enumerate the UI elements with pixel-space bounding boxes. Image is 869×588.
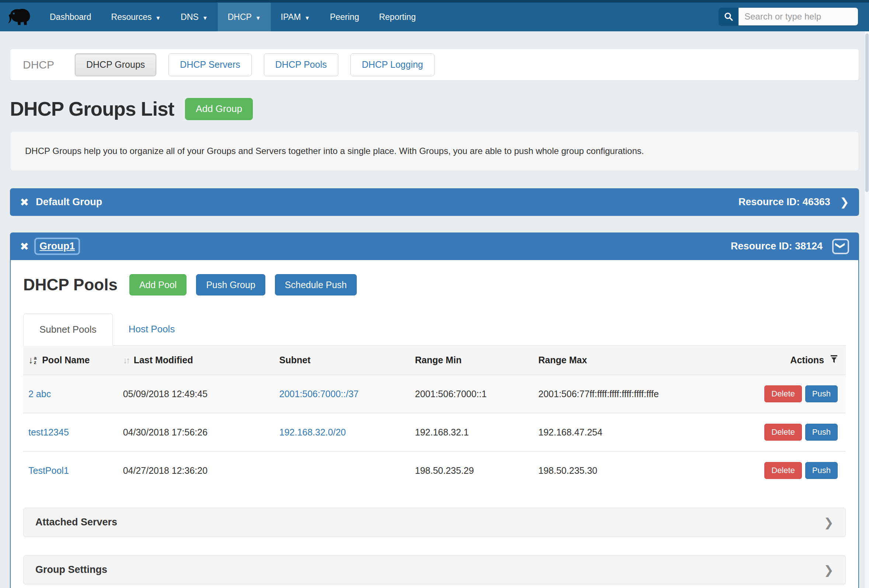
table-row: test12345 04/30/2018 17:56:26 192.168.32… <box>23 413 846 451</box>
resource-id-label: Resource ID: 38124 <box>731 241 823 252</box>
chevron-right-icon: ❯ <box>824 515 833 529</box>
push-pool-button[interactable]: Push <box>805 462 838 479</box>
group-bar-default-group[interactable]: ✖ Default Group Resource ID: 46363 ❯ <box>10 188 859 216</box>
range-min-cell: 2001:506:7000::1 <box>410 375 533 413</box>
pool-name-link[interactable]: test12345 <box>28 427 69 437</box>
subnet-pools-table: ↓az Pool Name ↓↑ Last Modified Subnet Ra… <box>23 345 846 489</box>
schedule-push-button[interactable]: Schedule Push <box>275 274 357 295</box>
add-pool-button[interactable]: Add Pool <box>129 274 187 295</box>
nav-label: DHCP <box>228 12 252 22</box>
last-modified-cell: 04/30/2018 17:56:26 <box>118 413 274 451</box>
delete-pool-button[interactable]: Delete <box>764 385 802 402</box>
chevron-right-icon[interactable]: ❯ <box>840 196 849 209</box>
column-label: Range Min <box>415 355 461 365</box>
table-row: 2 abc 05/09/2018 12:49:45 2001:506:7000:… <box>23 375 846 413</box>
mammoth-icon <box>6 7 34 27</box>
group-settings-accordion[interactable]: Group Settings ❯ <box>23 555 846 584</box>
pool-name-link[interactable]: 2 abc <box>28 389 51 399</box>
chevron-down-icon: ▼ <box>155 15 161 21</box>
attached-servers-accordion[interactable]: Attached Servers ❯ <box>23 508 846 537</box>
nav-item-dashboard[interactable]: Dashboard <box>40 3 101 31</box>
nav-label: DNS <box>181 12 199 22</box>
group-name: Default Group <box>36 196 102 208</box>
column-label: Pool Name <box>42 355 89 365</box>
nav-item-ipam[interactable]: IPAM ▼ <box>271 3 320 31</box>
subnav-button-dhcp-pools[interactable]: DHCP Pools <box>264 53 338 76</box>
tab-host-pools[interactable]: Host Pools <box>113 314 191 345</box>
range-max-cell: 2001:506:77ff:ffff:ffff:ffff:ffff:fffe <box>533 375 739 413</box>
pools-tabs: Subnet Pools Host Pools <box>23 313 846 345</box>
column-actions[interactable]: Actions <box>739 345 846 375</box>
chevron-right-icon: ❯ <box>824 563 833 577</box>
nav-item-peering[interactable]: Peering <box>320 3 369 31</box>
column-subnet[interactable]: Subnet <box>274 345 410 375</box>
global-search <box>719 8 858 25</box>
nav-label: Dashboard <box>50 12 91 22</box>
column-last-modified[interactable]: ↓↑ Last Modified <box>118 345 274 375</box>
column-label: Last Modified <box>134 355 193 365</box>
search-input[interactable] <box>739 8 858 25</box>
nav-label: Resources <box>111 12 152 22</box>
nav-item-resources[interactable]: Resources ▼ <box>101 3 171 31</box>
tab-subnet-pools[interactable]: Subnet Pools <box>23 314 113 345</box>
column-pool-name[interactable]: ↓az Pool Name <box>23 345 118 375</box>
push-pool-button[interactable]: Push <box>805 424 838 441</box>
resource-id-label: Resource ID: 46363 <box>739 196 830 208</box>
group-bar-group1[interactable]: ✖ Group1 Resource ID: 38124 ❯ <box>10 233 859 260</box>
range-min-cell: 198.50.235.29 <box>410 451 533 489</box>
column-range-min[interactable]: Range Min <box>410 345 533 375</box>
column-range-max[interactable]: Range Max <box>533 345 739 375</box>
column-label: Actions <box>790 355 824 365</box>
browser-top-strip <box>0 0 869 3</box>
range-max-cell: 192.168.47.254 <box>533 413 739 451</box>
dhcp-subnav: DHCP DHCP Groups DHCP Servers DHCP Pools… <box>10 49 859 81</box>
chevron-down-icon: ❯ <box>835 242 846 250</box>
dhcp-pools-title: DHCP Pools <box>23 275 117 294</box>
search-button[interactable] <box>719 8 739 25</box>
chevron-down-icon: ▼ <box>202 15 208 21</box>
sort-icon: ↓↑ <box>123 355 129 365</box>
nav-item-reporting[interactable]: Reporting <box>369 3 426 31</box>
sort-alpha-asc-icon: ↓az <box>28 354 37 366</box>
accordion-label: Attached Servers <box>36 517 117 528</box>
group-bar-right: Resource ID: 46363 ❯ <box>739 196 849 209</box>
subnav-section-label: DHCP <box>23 59 54 71</box>
subnet-link[interactable]: 192.168.32.0/20 <box>279 427 346 437</box>
last-modified-cell: 04/27/2018 12:36:20 <box>118 451 274 489</box>
push-group-button[interactable]: Push Group <box>196 274 265 295</box>
page-scrollbar[interactable] <box>864 31 869 588</box>
dhcp-pools-header: DHCP Pools Add Pool Push Group Schedule … <box>23 274 846 295</box>
collapse-group-toggle[interactable]: ❯ <box>832 239 849 254</box>
provision-mammoth-logo[interactable] <box>0 3 40 31</box>
subnet-link[interactable]: 2001:506:7000::/37 <box>279 389 359 399</box>
search-icon <box>724 12 733 21</box>
title-row: DHCP Groups List Add Group <box>10 98 859 120</box>
page-container: DHCP DHCP Groups DHCP Servers DHCP Pools… <box>0 49 869 588</box>
nav-item-dns[interactable]: DNS ▼ <box>171 3 217 31</box>
last-modified-cell: 05/09/2018 12:49:45 <box>118 375 274 413</box>
table-row: TestPool1 04/27/2018 12:36:20 198.50.235… <box>23 451 846 489</box>
description-text: DHCP Groups help you to organize all of … <box>25 146 644 156</box>
group-name-link[interactable]: Group1 <box>36 239 79 253</box>
scrollbar-thumb[interactable] <box>865 34 869 192</box>
nav-item-dhcp[interactable]: DHCP ▼ <box>218 3 271 31</box>
nav-items: Dashboard Resources ▼ DNS ▼ DHCP ▼ IPAM … <box>40 3 426 31</box>
nav-label: Peering <box>330 12 359 22</box>
delete-pool-button[interactable]: Delete <box>764 424 802 441</box>
column-label: Range Max <box>538 355 587 365</box>
column-label: Subnet <box>279 355 311 365</box>
chevron-down-icon: ▼ <box>304 15 310 21</box>
filter-icon[interactable] <box>830 355 838 363</box>
add-group-button[interactable]: Add Group <box>185 98 253 120</box>
nav-label: Reporting <box>379 12 416 22</box>
pool-name-link[interactable]: TestPool1 <box>28 465 69 475</box>
group-bar-right: Resource ID: 38124 ❯ <box>731 239 849 254</box>
chevron-down-icon: ▼ <box>255 15 261 21</box>
subnav-button-dhcp-logging[interactable]: DHCP Logging <box>350 53 434 76</box>
subnav-button-dhcp-servers[interactable]: DHCP Servers <box>168 53 251 76</box>
push-pool-button[interactable]: Push <box>805 385 838 402</box>
delete-pool-button[interactable]: Delete <box>764 462 802 479</box>
subnav-button-dhcp-groups[interactable]: DHCP Groups <box>75 53 156 76</box>
delete-group-icon[interactable]: ✖ <box>20 240 29 253</box>
delete-group-icon[interactable]: ✖ <box>20 196 29 209</box>
